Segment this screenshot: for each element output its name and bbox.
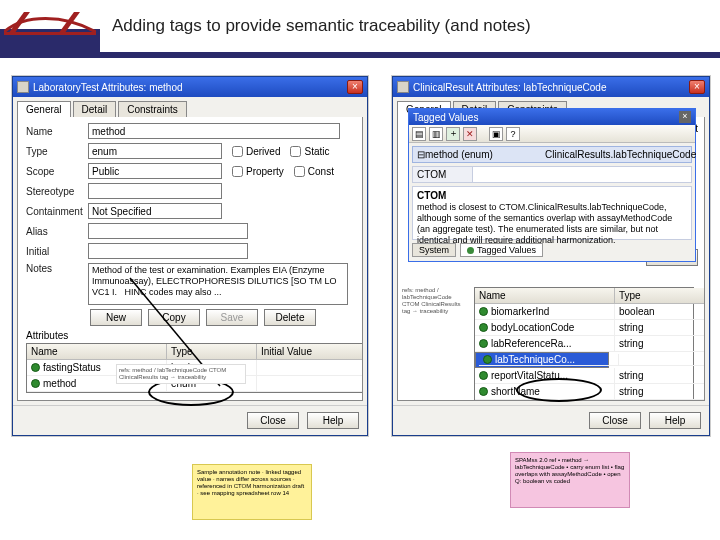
left-footer: Close Help [13, 405, 367, 435]
add-icon[interactable]: ＋ [446, 127, 460, 141]
toolbar-icon[interactable]: ▤ [412, 127, 426, 141]
attribute-icon [483, 355, 492, 364]
left-tabs: General Detail Constraints [13, 97, 367, 117]
stereotype-select[interactable] [88, 183, 222, 199]
toolbar-icon[interactable]: ▣ [489, 127, 503, 141]
containment-label: Containment [26, 206, 88, 217]
window-app-icon [17, 81, 29, 93]
tab-tagged-values[interactable]: Tagged Values [460, 243, 543, 257]
notes-label: Notes [26, 263, 88, 274]
cell-type: string [615, 320, 705, 336]
derived-label: Derived [246, 146, 280, 157]
background-text: refs: method / labTechniqueCode CTOM Cli… [116, 364, 246, 384]
attribute-icon [31, 363, 40, 372]
help-icon[interactable]: ? [506, 127, 520, 141]
right-footer: Close Help [393, 405, 709, 435]
group-name: method (enum) [425, 149, 545, 160]
tab-system[interactable]: System [412, 243, 456, 257]
cell-name: method [43, 378, 76, 389]
note-body: method is closest to CTOM.ClinicalResult… [417, 202, 672, 245]
close-icon[interactable]: × [347, 80, 363, 94]
close-button[interactable]: Close [247, 412, 299, 429]
const-label: Const [308, 166, 334, 177]
copy-button[interactable]: Copy [148, 309, 200, 326]
col-name[interactable]: Name [27, 344, 167, 360]
tag-value[interactable] [472, 166, 692, 183]
tab-detail[interactable]: Detail [73, 101, 117, 117]
slide-title: Adding tags to provide semantic traceabi… [112, 16, 531, 36]
cell-name: bodyLocationCode [491, 322, 574, 333]
table-row-selected[interactable]: labTechniqueCo... string [475, 352, 609, 368]
property-check[interactable] [232, 166, 243, 177]
cell-type: string [615, 336, 705, 352]
save-button[interactable]: Save [206, 309, 258, 326]
alias-label: Alias [26, 226, 88, 237]
right-titlebar: ClinicalResult Attributes: labTechniqueC… [393, 77, 709, 97]
static-label: Static [304, 146, 329, 157]
tagged-values-window: Tagged Values × ▤ ▥ ＋ ✕ ▣ ? ⊟ method (en… [408, 108, 696, 262]
attribute-icon [479, 371, 488, 380]
type-select[interactable] [88, 143, 222, 159]
tab-label: Tagged Values [477, 245, 536, 255]
left-panel: Name Type Derived Static Scope Property … [17, 117, 363, 401]
col-initial[interactable]: Initial Value [257, 344, 363, 360]
attribute-icon [479, 307, 488, 316]
group-target: ClinicalResults.labTechniqueCode [545, 149, 696, 160]
static-check[interactable] [290, 146, 301, 157]
type-label: Type [26, 146, 88, 157]
close-button[interactable]: Close [589, 412, 641, 429]
close-icon[interactable]: × [679, 111, 691, 123]
left-titlebar: LaboratoryTest Attributes: method × [13, 77, 367, 97]
name-input[interactable] [88, 123, 340, 139]
background-text: refs: method / labTechniqueCode CTOM Cli… [402, 287, 470, 315]
tag-key: CTOM [412, 166, 472, 183]
initial-label: Initial [26, 246, 88, 257]
tab-constraints[interactable]: Constraints [118, 101, 187, 117]
help-button[interactable]: Help [649, 412, 701, 429]
attributes-label: Attributes [26, 330, 354, 341]
slide-header: Adding tags to provide semantic traceabi… [0, 0, 720, 58]
sticky-note-pink: SPAMss 2.0 ref • method → labTechniqueCo… [510, 452, 630, 508]
tagged-title-text: Tagged Values [413, 112, 478, 123]
table-row[interactable]: labReferenceRa... string [475, 336, 693, 352]
logo [0, 0, 100, 52]
col-type[interactable]: Type [615, 288, 705, 304]
col-name[interactable]: Name [475, 288, 615, 304]
table-row[interactable]: biomarkerInd boolean [475, 304, 693, 320]
derived-check[interactable] [232, 146, 243, 157]
help-button[interactable]: Help [307, 412, 359, 429]
tagged-toolbar: ▤ ▥ ＋ ✕ ▣ ? [409, 125, 695, 143]
table-row[interactable]: bodyLocationCode string [475, 320, 693, 336]
cell-name: labReferenceRa... [491, 338, 572, 349]
cell-initial [257, 360, 363, 376]
scope-label: Scope [26, 166, 88, 177]
tagged-row[interactable]: CTOM [412, 166, 692, 183]
alias-input[interactable] [88, 223, 248, 239]
tagged-note: CTOM method is closest to CTOM.ClinicalR… [412, 186, 692, 240]
cell-type: string [615, 368, 705, 384]
notes-textarea[interactable] [88, 263, 348, 305]
tagged-titlebar: Tagged Values × [409, 109, 695, 125]
svg-rect-0 [4, 32, 96, 35]
close-icon[interactable]: × [689, 80, 705, 94]
tagged-group-header[interactable]: ⊟ method (enum) ClinicalResults.labTechn… [412, 146, 692, 163]
col-type[interactable]: Type [167, 344, 257, 360]
cell-type: boolean [615, 304, 705, 320]
initial-input[interactable] [88, 243, 248, 259]
attribute-icon [479, 387, 488, 396]
cell-name: fastingStatus [43, 362, 101, 373]
cell-type: string [619, 354, 705, 366]
name-label: Name [26, 126, 88, 137]
delete-icon[interactable]: ✕ [463, 127, 477, 141]
tab-general[interactable]: General [17, 101, 71, 117]
annotation-ellipse [516, 378, 602, 402]
left-title-text: LaboratoryTest Attributes: method [33, 82, 183, 93]
window-app-icon [397, 81, 409, 93]
attribute-icon [479, 323, 488, 332]
toolbar-icon[interactable]: ▥ [429, 127, 443, 141]
new-button[interactable]: New [90, 309, 142, 326]
scope-select[interactable] [88, 163, 222, 179]
const-check[interactable] [294, 166, 305, 177]
delete-button[interactable]: Delete [264, 309, 316, 326]
containment-select[interactable] [88, 203, 222, 219]
